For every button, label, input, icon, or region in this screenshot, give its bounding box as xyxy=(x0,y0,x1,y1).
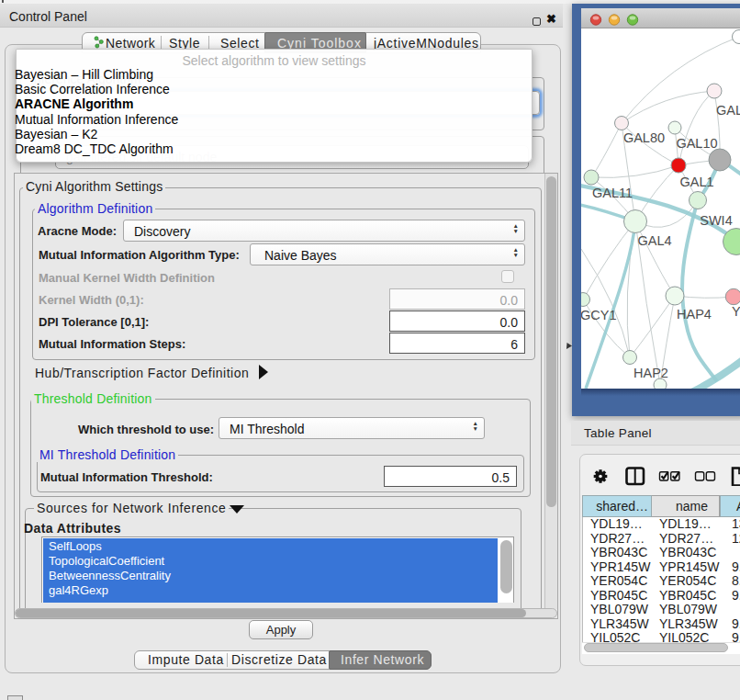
svg-text:GAL10: GAL10 xyxy=(676,136,717,151)
svg-text:GAL4: GAL4 xyxy=(637,233,671,248)
svg-text:SWI4: SWI4 xyxy=(700,213,732,228)
svg-text:HAP2: HAP2 xyxy=(633,366,668,380)
svg-text:GAL7: GAL7 xyxy=(716,103,740,118)
svg-text:GAL1: GAL1 xyxy=(679,175,713,189)
svg-text:GAL80: GAL80 xyxy=(623,130,665,145)
svg-text:GAL11: GAL11 xyxy=(592,186,633,200)
svg-text:GCY1: GCY1 xyxy=(581,308,617,322)
svg-text:Y: Y xyxy=(732,304,740,319)
svg-text:HAP4: HAP4 xyxy=(677,307,712,322)
